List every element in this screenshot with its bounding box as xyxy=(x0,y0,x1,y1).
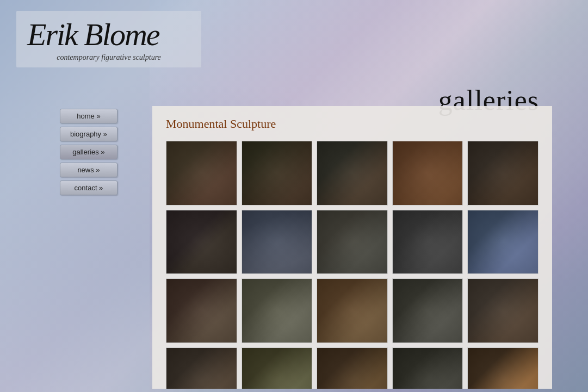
gallery-thumb-4[interactable] xyxy=(392,141,463,206)
nav-home[interactable]: home » xyxy=(60,109,117,123)
nav-galleries[interactable]: galleries » xyxy=(60,145,117,159)
gallery-thumb-9[interactable] xyxy=(392,210,463,275)
logo-subtitle: contemporary figurative sculpture xyxy=(27,53,190,62)
gallery-thumb-6[interactable] xyxy=(166,210,237,275)
gallery-thumb-11[interactable] xyxy=(166,278,237,343)
gallery-thumb-17[interactable] xyxy=(242,347,313,389)
gallery-grid-row2 xyxy=(166,210,539,275)
gallery-grid-row4 xyxy=(166,347,539,389)
gallery-grid-row1 xyxy=(166,141,539,206)
nav-news[interactable]: news » xyxy=(60,163,117,177)
gallery-thumb-13[interactable] xyxy=(317,278,388,343)
gallery-thumb-8[interactable] xyxy=(317,210,388,275)
section-title: Monumental Sculpture xyxy=(166,117,539,131)
gallery-thumb-16[interactable] xyxy=(166,347,237,389)
logo-artist-name: Erik Blome xyxy=(27,19,190,51)
gallery-thumb-1[interactable] xyxy=(166,141,237,206)
main-panel: Monumental Sculpture xyxy=(152,106,552,389)
gallery-thumb-7[interactable] xyxy=(242,210,313,275)
gallery-thumb-3[interactable] xyxy=(317,141,388,206)
gallery-thumb-12[interactable] xyxy=(242,278,313,343)
gallery-thumb-15[interactable] xyxy=(467,278,539,343)
nav-biography[interactable]: biography » xyxy=(60,127,117,141)
gallery-thumb-10[interactable] xyxy=(467,210,539,275)
gallery-thumb-5[interactable] xyxy=(467,141,539,206)
gallery-thumb-14[interactable] xyxy=(392,278,463,343)
gallery-thumb-2[interactable] xyxy=(242,141,313,206)
navigation: home » biography » galleries » news » co… xyxy=(60,109,117,195)
gallery-thumb-18[interactable] xyxy=(317,347,388,389)
nav-contact[interactable]: contact » xyxy=(60,181,117,195)
gallery-grid-row3 xyxy=(166,278,539,343)
gallery-thumb-19[interactable] xyxy=(392,347,463,389)
logo-container: Erik Blome contemporary figurative sculp… xyxy=(16,11,201,67)
gallery-thumb-20[interactable] xyxy=(467,347,539,389)
